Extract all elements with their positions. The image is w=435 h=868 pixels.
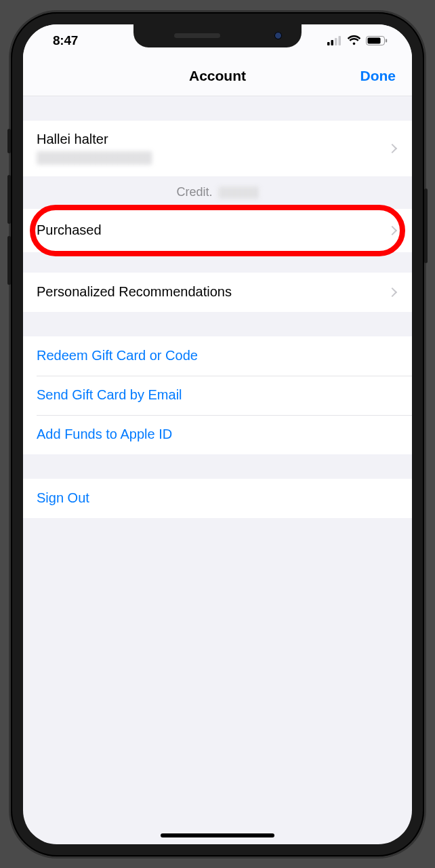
credit-label: Credit. (176, 185, 212, 199)
purchased-row[interactable]: Purchased (23, 209, 412, 252)
credit-row: Credit. (23, 176, 412, 209)
svg-rect-6 (386, 39, 387, 42)
home-indicator[interactable] (161, 833, 274, 837)
battery-icon (366, 36, 388, 45)
svg-rect-3 (339, 36, 341, 45)
sign-out-row[interactable]: Sign Out (23, 479, 412, 518)
cellular-icon (327, 36, 342, 45)
credit-amount-redacted (218, 186, 259, 199)
redeem-row[interactable]: Redeem Gift Card or Code (23, 336, 412, 376)
volume-down-button[interactable] (7, 236, 11, 285)
profile-email-redacted (37, 151, 152, 165)
svg-rect-1 (331, 40, 334, 45)
nav-bar: Account Done (23, 57, 412, 96)
nav-title: Account (189, 68, 246, 84)
volume-up-button[interactable] (7, 175, 11, 224)
power-button[interactable] (424, 189, 428, 263)
recommendations-row[interactable]: Personalized Recommendations (23, 273, 412, 312)
svg-rect-0 (327, 42, 330, 45)
chevron-right-icon (388, 225, 397, 235)
done-button[interactable]: Done (246, 68, 398, 84)
status-icons (327, 35, 393, 45)
section-gap (23, 96, 412, 121)
add-funds-label: Add Funds to Apple ID (37, 427, 172, 442)
svg-rect-2 (335, 38, 337, 45)
speaker (174, 33, 220, 38)
status-time: 8:47 (42, 33, 78, 48)
section-gap (23, 312, 412, 336)
section-gap (23, 252, 412, 273)
purchased-wrapper: Purchased (23, 209, 412, 252)
recommendations-label: Personalized Recommendations (37, 284, 232, 300)
section-gap (23, 454, 412, 479)
front-camera (274, 32, 282, 39)
notch (133, 24, 302, 47)
send-gift-label: Send Gift Card by Email (37, 387, 182, 403)
purchased-label: Purchased (37, 222, 102, 238)
wifi-icon (347, 35, 361, 45)
send-gift-row[interactable]: Send Gift Card by Email (23, 376, 412, 415)
svg-rect-5 (368, 37, 381, 43)
profile-row[interactable]: Hallei halter (23, 121, 412, 176)
sign-out-label: Sign Out (37, 490, 89, 506)
screen: 8:47 Account D (23, 24, 412, 844)
silence-switch[interactable] (7, 129, 11, 153)
chevron-right-icon (388, 143, 397, 153)
device-frame: 8:47 Account D (11, 12, 424, 856)
profile-name: Hallei halter (37, 132, 152, 147)
chevron-right-icon (388, 287, 397, 296)
redeem-label: Redeem Gift Card or Code (37, 348, 198, 363)
add-funds-row[interactable]: Add Funds to Apple ID (23, 415, 412, 454)
